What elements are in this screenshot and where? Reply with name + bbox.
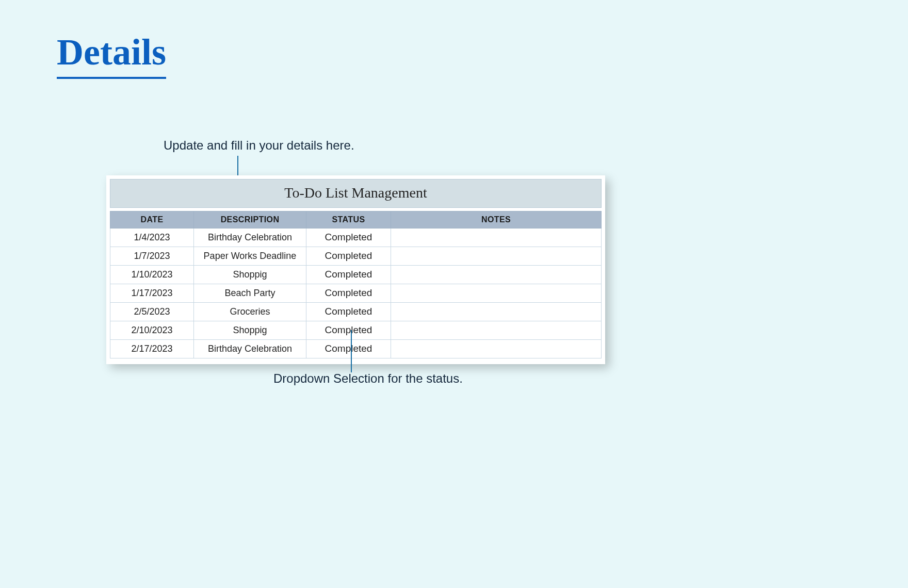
cell-notes[interactable] bbox=[391, 284, 602, 303]
cell-status[interactable]: Completed bbox=[306, 321, 391, 340]
cell-description[interactable]: Paper Works Deadline bbox=[194, 247, 306, 266]
col-header-date: DATE bbox=[110, 211, 194, 228]
cell-notes[interactable] bbox=[391, 247, 602, 266]
cell-status[interactable]: Completed bbox=[306, 284, 391, 303]
cell-notes[interactable] bbox=[391, 228, 602, 247]
table-row: 2/10/2023 Shoppig Completed bbox=[110, 321, 602, 340]
table-row: 2/17/2023 Birthday Celebration Completed bbox=[110, 340, 602, 358]
cell-date[interactable]: 2/5/2023 bbox=[110, 303, 194, 321]
cell-status[interactable]: Completed bbox=[306, 228, 391, 247]
cell-status[interactable]: Completed bbox=[306, 247, 391, 266]
table-row: 1/4/2023 Birthday Celebration Completed bbox=[110, 228, 602, 247]
cell-status[interactable]: Completed bbox=[306, 340, 391, 358]
page-title: Details bbox=[57, 31, 166, 79]
col-header-status: STATUS bbox=[306, 211, 391, 228]
spreadsheet-panel: To-Do List Management DATE DESCRIPTION S… bbox=[106, 175, 605, 364]
table-row: 2/5/2023 Groceries Completed bbox=[110, 303, 602, 321]
sheet-title: To-Do List Management bbox=[110, 179, 602, 208]
todo-table: DATE DESCRIPTION STATUS NOTES 1/4/2023 B… bbox=[110, 211, 602, 358]
cell-notes[interactable] bbox=[391, 266, 602, 284]
cell-date[interactable]: 1/10/2023 bbox=[110, 266, 194, 284]
col-header-description: DESCRIPTION bbox=[194, 211, 306, 228]
cell-status[interactable]: Completed bbox=[306, 303, 391, 321]
cell-description[interactable]: Shoppig bbox=[194, 266, 306, 284]
table-header-row: DATE DESCRIPTION STATUS NOTES bbox=[110, 211, 602, 228]
cell-notes[interactable] bbox=[391, 340, 602, 358]
cell-notes[interactable] bbox=[391, 321, 602, 340]
cell-description[interactable]: Shoppig bbox=[194, 321, 306, 340]
cell-date[interactable]: 1/4/2023 bbox=[110, 228, 194, 247]
cell-date[interactable]: 1/7/2023 bbox=[110, 247, 194, 266]
annotation-top: Update and fill in your details here. bbox=[164, 138, 354, 153]
cell-notes[interactable] bbox=[391, 303, 602, 321]
cell-date[interactable]: 1/17/2023 bbox=[110, 284, 194, 303]
cell-date[interactable]: 2/17/2023 bbox=[110, 340, 194, 358]
connector-line-bottom bbox=[351, 330, 352, 372]
col-header-notes: NOTES bbox=[391, 211, 602, 228]
cell-description[interactable]: Birthday Celebration bbox=[194, 340, 306, 358]
cell-description[interactable]: Groceries bbox=[194, 303, 306, 321]
cell-status[interactable]: Completed bbox=[306, 266, 391, 284]
table-row: 1/10/2023 Shoppig Completed bbox=[110, 266, 602, 284]
cell-description[interactable]: Beach Party bbox=[194, 284, 306, 303]
table-row: 1/17/2023 Beach Party Completed bbox=[110, 284, 602, 303]
table-row: 1/7/2023 Paper Works Deadline Completed bbox=[110, 247, 602, 266]
annotation-bottom: Dropdown Selection for the status. bbox=[273, 371, 463, 386]
cell-description[interactable]: Birthday Celebration bbox=[194, 228, 306, 247]
cell-date[interactable]: 2/10/2023 bbox=[110, 321, 194, 340]
